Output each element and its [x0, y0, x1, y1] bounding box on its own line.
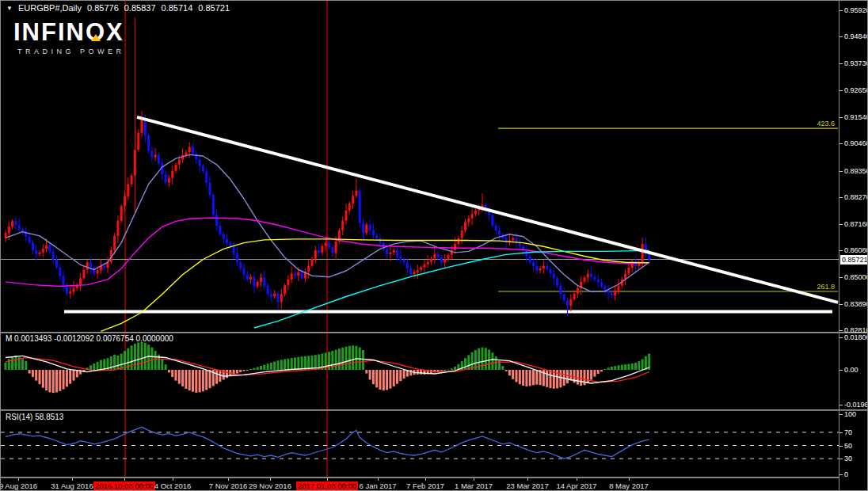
candle: [325, 243, 327, 246]
candle: [618, 286, 620, 291]
rsi-pane[interactable]: [1, 411, 839, 477]
rsi-axis[interactable]: 1007050300: [839, 411, 868, 478]
date-label: 7 Feb 2017: [406, 481, 444, 490]
candle: [287, 280, 289, 285]
quote-open: 0.85776: [87, 3, 119, 13]
candle: [14, 221, 17, 225]
candle: [270, 294, 272, 296]
candle: [42, 249, 44, 253]
candle: [433, 254, 436, 259]
chart-window: 0.959200.948400.937300.926500.915400.904…: [0, 0, 868, 491]
fib-423-label[interactable]: 423.6: [817, 120, 835, 128]
axis-label: 0.83890: [844, 300, 868, 308]
candle: [423, 265, 425, 268]
candle: [641, 244, 644, 262]
candle: [45, 246, 48, 249]
candle: [257, 282, 259, 287]
price-pane[interactable]: [1, 1, 839, 332]
candle: [321, 246, 323, 253]
candle: [611, 293, 613, 295]
collapse-chart-icon[interactable]: ▼: [6, 5, 13, 12]
candle: [467, 219, 470, 223]
logo-tagline: TRADING POWER: [13, 48, 125, 55]
candle: [134, 150, 136, 175]
quote-high: 0.85837: [124, 3, 156, 13]
candle: [297, 272, 299, 276]
candle: [457, 238, 459, 244]
candle: [154, 154, 157, 157]
candle: [413, 272, 416, 274]
date-tickmark: [124, 478, 125, 481]
candle: [440, 257, 443, 262]
axis-label: 100: [844, 410, 856, 418]
pane-divider-macd-rsi[interactable]: [1, 409, 868, 411]
candle: [253, 277, 255, 287]
axis-tick: [839, 304, 843, 305]
candle: [318, 250, 320, 253]
axis-tick: [839, 197, 843, 198]
candle: [529, 257, 531, 263]
axis-tick: [839, 250, 843, 251]
candle: [263, 277, 265, 285]
symbol-header: ▼ EURGBP#,Daily 0.85776 0.85837 0.85714 …: [6, 3, 230, 13]
axis-label: 0.00: [844, 366, 858, 374]
price-axis[interactable]: 0.959200.948400.937300.926500.915400.904…: [839, 1, 868, 332]
macd-pane[interactable]: [1, 333, 839, 409]
candle: [328, 243, 330, 248]
candle: [209, 183, 211, 195]
candle: [48, 246, 51, 252]
candle: [93, 267, 95, 273]
candle: [573, 294, 576, 299]
candle: [532, 262, 535, 266]
candle: [454, 244, 456, 250]
candle: [430, 259, 432, 262]
date-label: 8 May 2017: [609, 481, 649, 490]
fib-261-label[interactable]: 261.8: [817, 283, 835, 291]
candle: [348, 204, 351, 211]
candle: [553, 273, 555, 278]
axis-label: -0.0196856: [844, 401, 868, 409]
candle: [18, 225, 21, 229]
candle: [219, 226, 221, 234]
date-tickmark: [173, 478, 173, 481]
axis-label: 0.87160: [844, 220, 868, 228]
trendline[interactable]: [137, 117, 838, 303]
candle: [593, 277, 596, 280]
candle: [393, 250, 395, 253]
candle: [52, 252, 55, 260]
date-label: 29 Nov 2016: [249, 481, 291, 490]
quote-low: 0.85714: [162, 3, 193, 13]
macd-axis[interactable]: 0.01806270.00-0.0196856: [839, 333, 868, 409]
candle: [267, 286, 269, 295]
date-axis[interactable]: 9 Aug 201631 Aug 20162016.10.03 00:004 O…: [1, 478, 839, 491]
candle: [82, 270, 85, 279]
candle: [307, 266, 310, 272]
candle: [427, 262, 429, 265]
axis-tick: [839, 10, 843, 11]
axis-tick: [839, 337, 843, 338]
axis-tick: [839, 143, 843, 144]
candle: [345, 211, 348, 221]
date-tickmark: [378, 478, 379, 481]
candle: [202, 166, 204, 171]
candle: [372, 230, 375, 236]
candle: [566, 300, 569, 306]
candle: [406, 262, 409, 268]
candle: [535, 266, 538, 271]
axis-tick: [839, 459, 843, 459]
axis-label: 0.94840: [844, 32, 868, 40]
candle: [362, 223, 364, 233]
candle: [171, 171, 173, 178]
candle: [165, 174, 167, 182]
candle: [386, 249, 388, 254]
candle: [590, 274, 592, 277]
candle: [417, 270, 419, 272]
pane-divider-main-macd[interactable]: [1, 332, 868, 333]
axis-tick: [839, 117, 843, 118]
axis-label: 0.93730: [844, 59, 868, 67]
candle: [131, 176, 133, 185]
candle: [335, 242, 337, 253]
candle: [260, 277, 262, 282]
date-label: 9 Aug 2016: [0, 481, 37, 490]
logo-wordmark: INFINOX: [13, 20, 125, 45]
